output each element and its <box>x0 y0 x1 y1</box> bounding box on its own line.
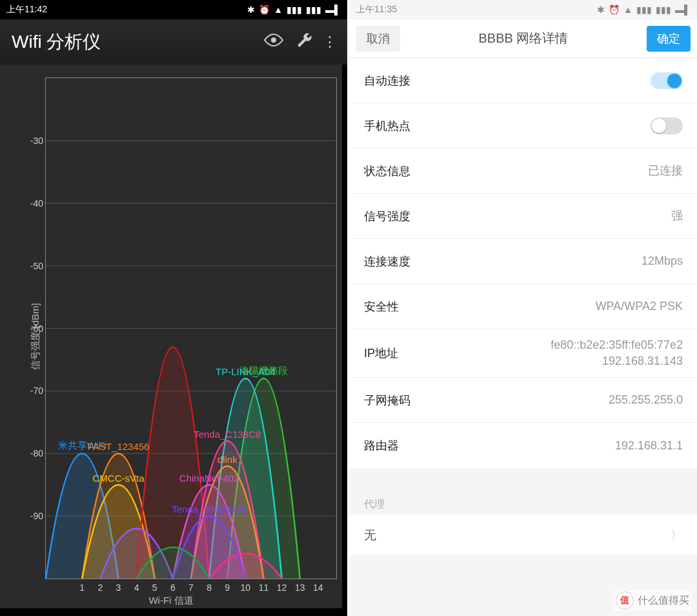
x-tick: 7 <box>188 582 194 593</box>
network-details-screen: 上午11:35 ✱ ⏰ ▲ ▮▮▮ ▮▮▮ ▬▌ 取消 BBBB 网络详情 确定… <box>350 0 697 616</box>
row-security: 安全性 WPA/WPA2 PSK <box>350 284 697 329</box>
proxy-row[interactable]: 无 〉 <box>350 515 697 555</box>
battery-icon: ▬▌ <box>325 5 341 15</box>
row-value: 255.255.255.0 <box>609 392 683 408</box>
wrench-icon[interactable] <box>289 30 320 54</box>
x-axis-label: Wi-Fi 信道 <box>0 595 342 607</box>
plot-area: -30-40-50-60-70-80-901234567891011121314… <box>45 77 337 579</box>
x-tick: 14 <box>313 582 323 593</box>
row-value: 12Mbps <box>641 253 683 269</box>
alarm-icon: ⏰ <box>609 5 620 15</box>
x-tick: 11 <box>259 582 269 593</box>
network-label: ChinaNet-402 <box>179 473 239 484</box>
wifi-icon: ▲ <box>623 5 632 15</box>
network-label: FAST_123456 <box>88 441 150 452</box>
status-bar: 上午11:42 ✱ ⏰ ▲ ▮▮▮ ▮▮▮ ▬▌ <box>0 0 347 19</box>
channel-chart: 信号强度 [dBm] Wi-Fi 信道 -30-40-50-60-70-80-9… <box>0 65 342 608</box>
row-value: 192.168.31.1 <box>615 438 683 454</box>
network-label: CMCC-sVta <box>92 473 144 484</box>
page-title: BBBB 网络详情 <box>400 30 647 47</box>
watermark-badge: 值 <box>616 591 634 610</box>
svg-point-0 <box>271 37 276 43</box>
row-label: 路由器 <box>364 438 615 453</box>
proxy-value: 无 <box>364 527 671 544</box>
status-time: 上午11:35 <box>356 4 397 15</box>
watermark-text: 什么值得买 <box>638 594 689 608</box>
y-tick: -90 <box>20 511 43 521</box>
row-label: 自动连接 <box>364 73 651 88</box>
details-list: 自动连接 手机热点 状态信息 已连接 信号强度 强 连接速度 12Mbps 安全… <box>350 58 697 468</box>
row-label: 手机热点 <box>364 118 651 134</box>
row-value: 已连接 <box>648 163 683 179</box>
y-tick: -50 <box>20 261 43 271</box>
row-router: 路由器 192.168.31.1 <box>350 423 697 468</box>
row-label: 状态信息 <box>364 163 648 179</box>
wifi-icon: ▲ <box>274 5 283 15</box>
status-icons: ✱ ⏰ ▲ ▮▮▮ ▮▮▮ ▬▌ <box>597 5 691 15</box>
signal-icon: ▮▮▮ <box>287 5 302 15</box>
status-bar: 上午11:35 ✱ ⏰ ▲ ▮▮▮ ▮▮▮ ▬▌ <box>350 0 697 19</box>
row-mask: 子网掩码 255.255.255.0 <box>350 378 697 423</box>
network-label: Tenda_C133C8 <box>194 429 261 440</box>
x-tick: 9 <box>225 582 230 593</box>
status-icons: ✱ ⏰ ▲ ▮▮▮ ▮▮▮ ▬▌ <box>247 5 341 15</box>
row-status: 状态信息 已连接 <box>350 149 697 194</box>
x-tick: 2 <box>97 582 103 593</box>
row-ip: IP地址 fe80::b2e2:35ff:fe05:77e2 192.168.3… <box>350 329 697 378</box>
row-speed: 连接速度 12Mbps <box>350 239 697 284</box>
wifi-analyzer-screen: 上午11:42 ✱ ⏰ ▲ ▮▮▮ ▮▮▮ ▬▌ Wifi 分析仪 ⋮ 信号强度… <box>0 0 350 616</box>
bluetooth-icon: ✱ <box>597 5 605 15</box>
title-bar: 取消 BBBB 网络详情 确定 <box>350 19 697 58</box>
ok-button[interactable]: 确定 <box>647 26 691 52</box>
bluetooth-icon: ✱ <box>247 5 255 15</box>
y-tick: -80 <box>20 448 43 458</box>
y-axis-label: 信号强度 [dBm] <box>30 303 42 369</box>
row-auto-connect[interactable]: 自动连接 <box>350 58 697 103</box>
x-tick: 4 <box>134 582 139 593</box>
battery-icon: ▬▌ <box>675 5 691 15</box>
row-label: IP地址 <box>364 345 551 361</box>
cancel-button[interactable]: 取消 <box>356 26 400 52</box>
row-value: fe80::b2e2:35ff:fe05:77e2 192.168.31.143 <box>551 337 683 369</box>
status-time: 上午11:42 <box>6 4 47 15</box>
app-title: Wifi 分析仪 <box>12 30 258 54</box>
network-label: TP-LINK_A04 <box>216 366 276 377</box>
y-tick: -60 <box>20 323 43 334</box>
overflow-menu-icon[interactable]: ⋮ <box>320 34 339 50</box>
signal-icon: ▮▮▮ <box>656 5 671 15</box>
row-label: 安全性 <box>364 299 596 314</box>
x-tick: 10 <box>241 582 251 593</box>
proxy-section-title: 代理 <box>350 486 697 515</box>
x-tick: 13 <box>295 582 305 593</box>
row-signal: 信号强度 强 <box>350 194 697 239</box>
network-label: Tenda_99999999 <box>172 504 247 515</box>
x-tick: 12 <box>277 582 287 593</box>
y-tick: -40 <box>20 198 43 209</box>
chevron-right-icon: 〉 <box>671 527 683 544</box>
row-value: 强 <box>671 208 683 224</box>
signal-icon: ▮▮▮ <box>636 5 652 15</box>
x-tick: 8 <box>207 582 212 593</box>
x-tick: 3 <box>116 582 121 593</box>
x-tick: 5 <box>152 582 157 593</box>
row-hotspot[interactable]: 手机热点 <box>350 103 697 149</box>
action-bar: Wifi 分析仪 ⋮ <box>0 19 347 65</box>
row-value: WPA/WPA2 PSK <box>596 298 683 314</box>
network-label: dlink <box>217 454 237 465</box>
x-tick: 1 <box>79 582 85 593</box>
eye-icon[interactable] <box>258 33 289 51</box>
row-label: 连接速度 <box>364 254 641 269</box>
auto-connect-toggle[interactable] <box>651 72 683 89</box>
x-tick: 6 <box>170 582 176 593</box>
watermark: 值 什么值得买 <box>613 590 692 611</box>
row-label: 子网掩码 <box>364 393 609 408</box>
y-tick: -30 <box>20 136 43 146</box>
hotspot-toggle[interactable] <box>651 118 683 134</box>
alarm-icon: ⏰ <box>259 5 270 15</box>
signal-icon: ▮▮▮ <box>306 5 321 15</box>
y-tick: -70 <box>20 385 43 396</box>
row-label: 信号强度 <box>364 209 671 224</box>
